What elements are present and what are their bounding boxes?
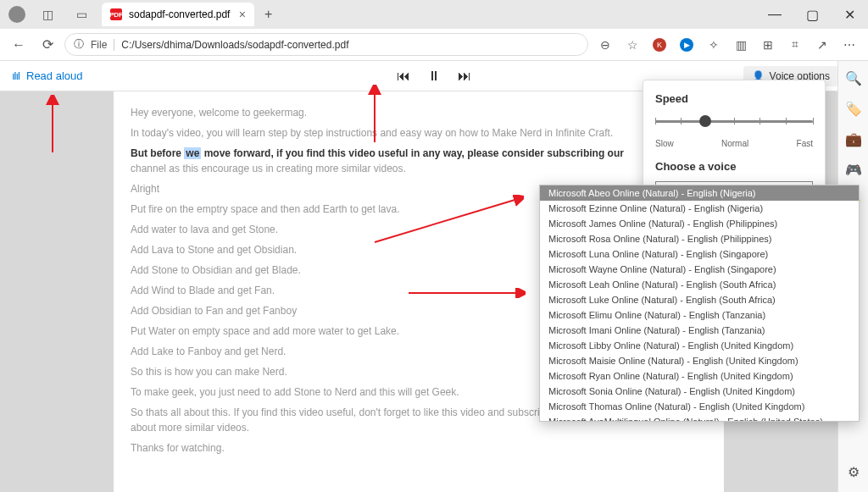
split-icon[interactable]: ▥ xyxy=(729,33,753,57)
url-field[interactable]: ⓘ File C:/Users/dhima/Downloads/sodapdf-… xyxy=(64,33,588,56)
read-aloud-label: Read aloud xyxy=(26,69,83,82)
prev-paragraph-button[interactable]: ⏮ xyxy=(397,69,410,84)
voice-option[interactable]: Microsoft Leah Online (Natural) - Englis… xyxy=(540,277,859,292)
info-icon[interactable]: ⓘ xyxy=(74,37,84,52)
voice-option[interactable]: Microsoft Wayne Online (Natural) - Engli… xyxy=(540,262,859,277)
browser-tab[interactable]: PDF sodapdf-converted.pdf × xyxy=(102,3,254,26)
share-icon[interactable]: ↗ xyxy=(810,33,834,57)
voice-dropdown-list[interactable]: Microsoft Abeo Online (Natural) - Englis… xyxy=(539,185,860,422)
voice-option[interactable]: Microsoft Ryan Online (Natural) - Englis… xyxy=(540,368,859,384)
search-icon[interactable]: 🔍 xyxy=(845,69,862,86)
voice-option[interactable]: Microsoft Thomas Online (Natural) - Engl… xyxy=(540,399,859,414)
tab-actions-icon[interactable]: ▭ xyxy=(70,3,93,26)
slow-label: Slow xyxy=(655,139,674,148)
scheme-label: File xyxy=(91,39,114,51)
voice-option[interactable]: Microsoft Ezinne Online (Natural) - Engl… xyxy=(540,201,859,216)
voice-option[interactable]: Microsoft Rosa Online (Natural) - Englis… xyxy=(540,231,859,246)
voice-option[interactable]: Microsoft Abeo Online (Natural) - Englis… xyxy=(540,185,859,201)
refresh-button[interactable]: ⟳ xyxy=(36,33,59,57)
voice-option[interactable]: Microsoft Luna Online (Natural) - Englis… xyxy=(540,246,859,262)
voice-option[interactable]: Microsoft Maisie Online (Natural) - Engl… xyxy=(540,353,859,368)
voice-option[interactable]: Microsoft Luke Online (Natural) - Englis… xyxy=(540,292,859,307)
doc-text: Thanks for watching. xyxy=(131,440,707,456)
ext-k-icon[interactable]: K xyxy=(648,33,671,57)
pause-button[interactable]: ⏸ xyxy=(427,69,441,84)
voice-option[interactable]: Microsoft AvaMultilingual Online (Natura… xyxy=(540,414,859,422)
next-paragraph-button[interactable]: ⏭ xyxy=(458,69,471,84)
address-bar: ← ⟳ ⓘ File C:/Users/dhima/Downloads/soda… xyxy=(0,29,868,61)
voice-option[interactable]: Microsoft Elimu Online (Natural) - Engli… xyxy=(540,307,859,323)
tab-title: sodapdf-converted.pdf xyxy=(129,8,230,20)
minimize-button[interactable]: — xyxy=(756,2,793,27)
voice-option[interactable]: Microsoft Libby Online (Natural) - Engli… xyxy=(540,338,859,353)
speed-slider[interactable] xyxy=(655,113,813,139)
close-window-button[interactable]: ✕ xyxy=(831,2,868,27)
voice-option[interactable]: Microsoft Sonia Online (Natural) - Engli… xyxy=(540,384,859,399)
choose-voice-label: Choose a voice xyxy=(655,160,813,173)
title-bar: ◫ ▭ PDF sodapdf-converted.pdf × + — ▢ ✕ xyxy=(0,0,868,29)
sound-bars-icon: ılıl xyxy=(12,69,19,82)
close-tab-icon[interactable]: × xyxy=(239,8,246,21)
extensions-icon[interactable]: ✧ xyxy=(702,33,726,57)
voice-option[interactable]: Microsoft Imani Online (Natural) - Engli… xyxy=(540,323,859,338)
games-icon[interactable]: 🎮 xyxy=(845,161,862,178)
doc-text: In today's video, you will learn step by… xyxy=(131,125,707,141)
briefcase-icon[interactable]: 💼 xyxy=(845,130,862,147)
doc-text: Hey everyone, welcome to geekermag. xyxy=(131,105,707,120)
zoom-icon[interactable]: ⊖ xyxy=(593,33,617,57)
more-icon[interactable]: ⋯ xyxy=(837,33,861,57)
pdf-icon: PDF xyxy=(110,8,122,20)
fast-label: Fast xyxy=(797,139,813,148)
normal-label: Normal xyxy=(721,139,748,148)
favorite-icon[interactable]: ☆ xyxy=(620,33,644,57)
maximize-button[interactable]: ▢ xyxy=(793,2,831,27)
settings-icon[interactable]: ⚙ xyxy=(845,463,862,480)
profile-avatar[interactable] xyxy=(8,6,25,23)
voice-option[interactable]: Microsoft James Online (Natural) - Engli… xyxy=(540,216,859,231)
read-aloud-button[interactable]: ılıl Read aloud xyxy=(12,69,83,82)
doc-text-highlight: But before we move forward, if you find … xyxy=(131,146,707,176)
new-tab-button[interactable]: + xyxy=(261,3,275,25)
url-text: C:/Users/dhima/Downloads/sodapdf-convert… xyxy=(121,39,348,51)
screenshot-icon[interactable]: ⌗ xyxy=(783,33,807,57)
workspaces-icon[interactable]: ◫ xyxy=(36,3,59,26)
speed-label: Speed xyxy=(655,92,813,105)
tag-icon[interactable]: 🏷️ xyxy=(845,100,862,117)
back-button[interactable]: ← xyxy=(7,33,31,57)
collections-icon[interactable]: ⊞ xyxy=(756,33,780,57)
ext-play-icon[interactable]: ▶ xyxy=(675,33,698,57)
slider-thumb[interactable] xyxy=(699,115,711,127)
